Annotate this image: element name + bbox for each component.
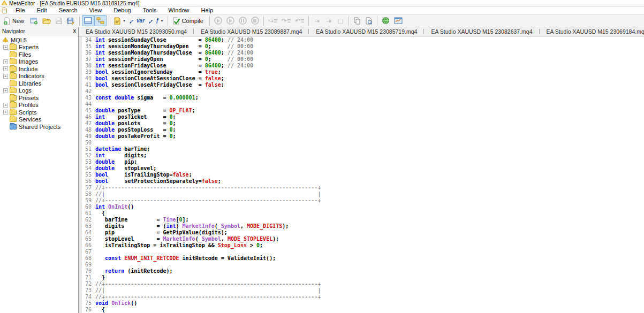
sidebar-item-scripts[interactable]: +Scripts [0, 109, 78, 116]
sidebar-item-mql5[interactable]: MQL5 [0, 36, 78, 44]
book-icon [2, 37, 9, 43]
menu-item-view[interactable]: View [84, 7, 108, 14]
new-project-button[interactable] [28, 15, 40, 26]
continue-button[interactable]: ⇥ [323, 15, 335, 26]
sidebar-item-files[interactable]: Files [0, 51, 78, 58]
code-line: 51datetime barTime; [82, 146, 644, 152]
code-line: 44 [82, 101, 644, 108]
menu-item-search[interactable]: Search [53, 7, 84, 14]
navigator-toggle-button[interactable] [82, 15, 94, 26]
menu-item-window[interactable]: Window [162, 7, 195, 14]
line-number: 41 [82, 82, 92, 88]
sidebar-item-profiles[interactable]: +Profiles [0, 102, 78, 109]
expand-icon[interactable]: + [3, 45, 8, 50]
start-icon [214, 17, 222, 25]
sidebar-item-images[interactable]: +Images [0, 58, 78, 66]
code-line: 64 pip = GetPipValue(digits); [82, 230, 644, 236]
toolbar-separator [109, 16, 109, 26]
line-number: 64 [82, 230, 92, 236]
sidebar-item-libraries[interactable]: Libraries [0, 80, 78, 87]
breakpoint-button[interactable]: ▢ [335, 15, 346, 26]
save-button[interactable] [53, 15, 65, 26]
sidebar-item-logs[interactable]: +Logs [0, 87, 78, 95]
open-button[interactable] [40, 15, 53, 26]
code-line: 53double pip; [82, 159, 644, 165]
code-line: 71 } [82, 274, 644, 281]
code-line: 60int OnInit() [82, 204, 644, 210]
sidebar-item-include[interactable]: +Include [0, 65, 78, 73]
code-line: 50 [82, 140, 644, 146]
toolbox-toggle-button[interactable] [94, 15, 107, 26]
line-number: 50 [82, 140, 92, 146]
line-number: 58 [82, 191, 92, 197]
stop-button[interactable] [249, 15, 261, 26]
copy-button[interactable] [351, 15, 363, 26]
line-number: 70 [82, 268, 92, 274]
expand-icon[interactable]: + [3, 66, 8, 71]
code-line: 63 digits = (int) MarketInfo(_Symbol, MO… [82, 223, 644, 230]
menu-item-edit[interactable]: Edit [31, 7, 53, 14]
new-button[interactable]: New [1, 15, 28, 26]
styler-button[interactable]: ▾ [111, 15, 127, 26]
navigator-panel-icon [84, 17, 92, 24]
sidebar-item-services[interactable]: Services [0, 116, 78, 124]
line-number: 38 [82, 63, 92, 69]
close-icon[interactable]: x [73, 28, 76, 34]
tab-2[interactable]: EA Studio XAUUSD M15 23089887.mq4 [194, 27, 309, 36]
folder-icon [10, 73, 17, 79]
community-button[interactable] [380, 15, 392, 26]
line-number: 60 [82, 204, 92, 210]
line-number: 35 [82, 43, 92, 50]
tab-1[interactable]: EA Studio XAUUSD M15 23093050.mq4 [79, 27, 194, 36]
step-over-button[interactable]: ↷≡ [279, 15, 293, 26]
start-debug-button[interactable] [212, 15, 224, 26]
preview-button[interactable] [363, 15, 375, 26]
expand-icon[interactable]: + [3, 88, 8, 93]
line-number: 65 [82, 236, 92, 242]
line-number: 69 [82, 262, 92, 268]
code-editor[interactable]: 34int sessionSundayClose = 86400; // 24:… [79, 36, 644, 313]
expand-icon[interactable]: + [3, 103, 8, 108]
run-to-cursor-button[interactable]: ⇥ [311, 15, 323, 26]
toolbar: New [0, 14, 644, 27]
expand-icon[interactable]: + [3, 74, 8, 79]
line-number: 39 [82, 69, 92, 75]
line-number: 54 [82, 165, 92, 172]
toolbox-panel-icon [96, 17, 104, 24]
dropdown-arrow-icon: ▾ [123, 18, 125, 23]
sidebar-root-label: MQL5 [11, 37, 27, 43]
save-as-button[interactable] [65, 15, 77, 26]
step-out-button[interactable]: ↶≡ [293, 15, 306, 26]
pause-button[interactable] [237, 15, 249, 26]
menu-item-debug[interactable]: Debug [108, 7, 137, 14]
navigator-header: Navigator x [0, 27, 78, 35]
variables-button[interactable]: var [127, 15, 147, 26]
expand-icon[interactable]: + [3, 110, 8, 114]
code-line: 67 [82, 249, 644, 255]
sidebar-item-indicators[interactable]: +Indicators [0, 73, 78, 80]
expand-icon[interactable]: + [3, 59, 8, 64]
tab-5[interactable]: EA Studio XAUUSD M15 23069184.mq4 [540, 27, 644, 36]
sidebar-item-shared-projects[interactable]: Shared Projects [0, 123, 78, 131]
step-into-button[interactable]: ↪≡ [266, 15, 279, 26]
sidebar-item-experts[interactable]: +Experts [0, 44, 78, 51]
menu-item-tools[interactable]: Tools [137, 7, 163, 14]
menu-item-help[interactable]: Help [195, 7, 219, 14]
toolbar-separator [209, 16, 210, 26]
tab-3[interactable]: EA Studio XAUUSD M15 23085719.mq4 [309, 27, 424, 36]
tab-4[interactable]: EA Studio XAUUSD M15 23082637.mq4 [424, 27, 539, 36]
functions-button[interactable]: ƒ ▾ [147, 15, 165, 26]
var-label: var [137, 18, 145, 24]
menu-item-file[interactable]: File [10, 7, 31, 14]
code-line: 61 { [82, 210, 644, 217]
open-folder-icon [42, 17, 51, 24]
sidebar-item-label: Logs [19, 87, 32, 94]
new-project-icon [30, 17, 38, 25]
line-number: 62 [82, 217, 92, 223]
compile-button[interactable]: Compile [170, 15, 207, 26]
terminal-button[interactable] [392, 15, 405, 26]
sidebar-item-presets[interactable]: Presets [0, 94, 78, 102]
play-button[interactable] [224, 15, 237, 26]
folder-icon [10, 81, 17, 86]
line-number: 63 [82, 223, 92, 230]
